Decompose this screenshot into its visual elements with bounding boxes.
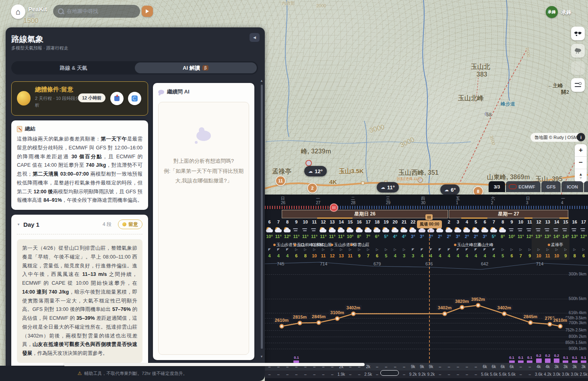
model-tab-ecmwf[interactable]: ECMWF: [506, 181, 541, 192]
wind-direction-icon: ▷: [543, 248, 552, 251]
info-button[interactable]: i: [577, 133, 585, 141]
date-scrubber[interactable]: 日26一27二28三29四30五1六2日3一4: [265, 195, 588, 210]
weather-timeline-panel[interactable]: 日26一27二28三29四30五1六2日3一4 星期日 26星期一 27610°…: [265, 195, 588, 381]
weather-icon-cell: [283, 227, 292, 234]
scrubber-date-label: 28: [351, 201, 355, 205]
search-input[interactable]: 在地圖中尋找: [53, 5, 140, 18]
timeline-waypoint-label: 排雲山莊: [350, 242, 369, 248]
collapse-panel-button[interactable]: ◀: [250, 33, 260, 42]
precip-value: 0.1: [292, 356, 301, 360]
scrubber-handle[interactable]: [330, 203, 338, 212]
basemap-button[interactable]: [571, 27, 585, 40]
ask-ai-input-area[interactable]: 對上面的分析有想追問嗎? 例:「如果第一天下午雨下得比預期大,我該在哪個點撤退?…: [158, 102, 249, 355]
wind-speed-value: 11: [346, 253, 355, 258]
route-weather-panel: 路線氣象 多模型天氣預報 · 跟著行程走 ◀ 路線 & 天氣 AI 解讀 β 總…: [6, 27, 265, 367]
day-range-bar[interactable]: 星期日 26: [282, 210, 448, 218]
precip-value: 0.1: [579, 356, 588, 360]
distance-cell: –: [400, 371, 409, 378]
wind-direction-icon: ◤: [435, 248, 445, 251]
export-button[interactable]: [110, 92, 124, 105]
tab-ai-analysis[interactable]: AI 解讀 β: [135, 62, 257, 73]
day1-title: Day 1: [23, 221, 99, 228]
weather-icon-cell: [310, 227, 319, 234]
search-go-button[interactable]: [142, 6, 153, 17]
extra-layer-button[interactable]: [571, 61, 585, 75]
map-settings-button[interactable]: [571, 78, 585, 92]
hour-label: 22: [409, 219, 418, 224]
model-dropdown-button[interactable]: ▼: [584, 181, 588, 192]
distance-cell: 1.9k: [336, 371, 346, 378]
daylight-segment: [317, 217, 353, 219]
distance-cell: 9.2k: [417, 371, 427, 378]
distance-cell: –: [444, 363, 454, 371]
weather-icon-cell: [265, 227, 274, 234]
pressure-gridline: [265, 337, 583, 337]
temperature-value: 11°: [319, 234, 328, 239]
distance-cell: 6k: [498, 363, 508, 371]
scrollbar-thumb[interactable]: [261, 85, 263, 349]
tab-route-weather[interactable]: 路線 & 天氣: [12, 62, 135, 73]
distance-cell: –: [328, 371, 337, 378]
scrubber-date-label: 29: [386, 201, 390, 205]
day1-segment-count: 4 段: [103, 221, 111, 228]
sun-cloud-icon: [356, 227, 363, 232]
zoom-out-button[interactable]: −: [575, 157, 587, 169]
scrubber-date-label: 2: [491, 201, 493, 205]
distance-cell: 6k: [489, 363, 499, 371]
hour-label: 13: [328, 219, 337, 224]
wind-speed-value: 4: [417, 253, 427, 258]
refresh-button[interactable]: [128, 92, 141, 105]
route-waypoint-marker[interactable]: 2: [307, 183, 318, 193]
distance-cell: 4k: [534, 363, 543, 371]
wind-field-marker[interactable]: [425, 214, 433, 220]
wind-speed-value: 4: [480, 253, 489, 258]
weather-icon-cell: [570, 227, 579, 234]
horizontal-scrollbar[interactable]: [64, 363, 365, 366]
weather-icon-cell: [400, 227, 409, 234]
panel-scrollbar[interactable]: ▲ ▼: [261, 80, 263, 355]
sun-cloud-icon: [400, 227, 408, 232]
distance-cell: 9k: [417, 363, 427, 371]
wind-speed-value: 4: [471, 253, 481, 258]
user-avatar[interactable]: 承鋒: [546, 6, 558, 18]
hour-label: 9: [292, 219, 301, 224]
weather-icon-cell: [328, 227, 337, 234]
day1-paragraph: 第一天（4/26）從登山口到排雲山莊，整體氣象節奏是「早晴、午後不確定」。早上 …: [17, 239, 142, 363]
weather-layer-button[interactable]: [571, 44, 585, 58]
search-placeholder: 在地圖中尋找: [67, 8, 98, 15]
scroll-down-icon[interactable]: ▼: [260, 355, 263, 358]
wind-speed-value: 4: [274, 253, 283, 258]
zoom-in-button[interactable]: +: [575, 144, 587, 157]
model-counter: 3/3: [489, 181, 505, 192]
temperature-value: 8°: [498, 234, 508, 239]
elevation-label: 3402m: [496, 305, 513, 311]
model-tab-gfs[interactable]: GFS: [541, 181, 561, 192]
tilt-control[interactable]: ▲ ▼: [579, 169, 583, 183]
model-tab-icon[interactable]: ICON: [561, 181, 583, 192]
tab-ai-label: AI 解讀: [183, 64, 200, 72]
pill-temp-value: 6°: [451, 187, 456, 193]
weather-icon-cell: [516, 227, 525, 234]
hour-label: 6: [480, 219, 489, 224]
wind-direction-icon: ◤: [489, 248, 499, 251]
map-label: 383: [477, 71, 487, 78]
weather-icon-cell: [390, 227, 400, 234]
peakit-logo[interactable]: ⌂: [11, 4, 25, 19]
distance-cell: 3.0k: [561, 371, 570, 378]
scrubber-date-label: 27: [316, 201, 320, 205]
pressure-gridline: [265, 323, 583, 323]
wind-speed-value: 9: [525, 253, 534, 258]
distance-cell: –: [265, 371, 274, 378]
sun-cloud-icon: [454, 227, 462, 232]
overall-condition-card[interactable]: 總體條件:留意 2 天行程 · 10 段時段分析 12 小時前: [11, 81, 148, 116]
scroll-up-icon[interactable]: ▲: [260, 79, 263, 83]
wind-speed-value: 7: [516, 253, 525, 258]
timeline-scroll-thumb[interactable]: [380, 370, 399, 376]
day1-header[interactable]: ▼ Day 1 4 段 留意: [17, 219, 142, 229]
wind-direction-icon: ◤: [417, 248, 427, 251]
scrubber-date-label: 3: [526, 201, 528, 205]
day-range-bar[interactable]: 星期一 27: [449, 210, 568, 218]
route-waypoint-marker[interactable]: 11: [275, 176, 286, 186]
wind-direction-icon: ▷: [534, 248, 543, 251]
collapse-caret-icon: ▼: [17, 223, 20, 226]
